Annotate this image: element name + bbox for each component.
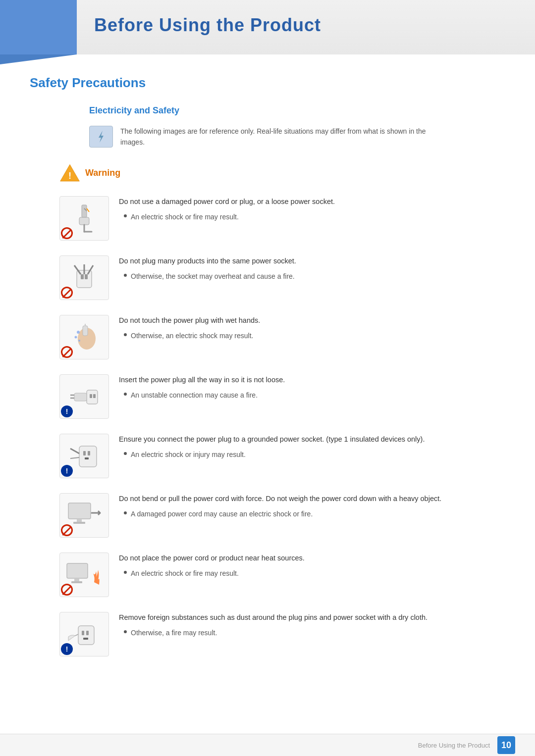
bullet-text: An electric shock or fire may result. [131,568,239,579]
item-main-text: Ensure you connect the power plug to a g… [119,434,505,445]
item-content: Ensure you connect the power plug to a g… [119,434,505,460]
item-content: Do not place the power cord or product n… [119,553,505,579]
bullet-text: Otherwise, the socket may overheat and c… [131,271,295,282]
bullet-text: An electric shock or injury may result. [131,449,246,460]
page-title: Before Using the Product [94,15,321,35]
item-bullet: An electric shock or injury may result. [124,449,505,460]
svg-rect-53 [67,563,88,578]
svg-point-29 [75,336,77,338]
warning-triangle-icon: ! [59,163,80,184]
items-list: Do not use a damaged power cord or plug,… [30,196,505,656]
item-content: Insert the power plug all the way in so … [119,374,505,401]
svg-rect-47 [77,519,82,522]
item-bullet: Otherwise, the socket may overheat and c… [124,271,505,282]
bullet-dot [124,333,127,336]
section-title: Safety Precautions [30,75,505,93]
subsection-title: Electricity and Safety [89,105,505,116]
svg-marker-5 [0,54,77,64]
item-image-0 [59,196,109,241]
svg-rect-33 [90,394,92,398]
svg-rect-42 [85,457,89,459]
svg-point-30 [78,340,80,342]
bullet-dot [124,630,127,633]
warning-label: Warning [85,168,120,178]
item-image-5 [59,493,109,538]
item-image-7 [59,612,109,656]
item-bullet: An electric shock or fire may result. [124,211,505,222]
item-bullet: A damaged power cord may cause an electr… [124,508,505,519]
header-title-area: Before Using the Product [0,0,535,46]
svg-rect-12 [79,217,89,225]
item-image-6 [59,553,109,597]
svg-rect-11 [82,205,87,217]
list-item: Remove foreign substances such as dust a… [59,612,505,656]
svg-rect-59 [86,631,89,635]
list-item: Do not touch the power plug with wet han… [59,315,505,359]
svg-rect-34 [93,394,96,398]
item-bullet: An unstable connection may cause a fire. [124,390,505,401]
item-bullet: Otherwise, an electric shock may result. [124,330,505,341]
list-item: Do not use a damaged power cord or plug,… [59,196,505,241]
item-main-text: Insert the power plug all the way in so … [119,374,505,386]
bullet-dot [124,393,127,396]
bullet-dot [124,214,127,217]
bullet-dot [124,511,127,514]
info-note: The following images are for reference o… [89,126,505,148]
svg-rect-54 [74,578,79,581]
svg-rect-41 [88,451,90,455]
main-content: Safety Precautions Electricity and Safet… [0,70,535,701]
item-main-text: Do not bend or pull the power cord with … [119,493,505,504]
item-content: Do not plug many products into the same … [119,255,505,282]
item-bullet: Otherwise, a fire may result. [124,627,505,638]
svg-rect-35 [74,393,87,401]
list-item: Ensure you connect the power plug to a g… [59,434,505,478]
warning-header: ! Warning [59,163,505,184]
footer-text: Before Using the Product [418,742,490,749]
item-content: Do not bend or pull the power cord with … [119,493,505,520]
item-content: Remove foreign substances such as dust a… [119,612,505,639]
bullet-dot [124,274,127,277]
item-main-text: Do not use a damaged power cord or plug,… [119,196,505,207]
list-item: Do not bend or pull the power cord with … [59,493,505,538]
item-content: Do not touch the power plug with wet han… [119,315,505,342]
bullet-dot [124,571,127,574]
svg-text:!: ! [68,170,71,181]
bullet-text: An electric shock or fire may result. [131,211,239,222]
list-item: Do not plug many products into the same … [59,255,505,300]
svg-rect-60 [83,638,88,640]
item-bullet: An electric shock or fire may result. [124,568,505,579]
svg-rect-46 [68,503,91,519]
item-main-text: Do not touch the power plug with wet han… [119,315,505,326]
item-image-3 [59,374,109,419]
info-icon [89,126,113,148]
svg-rect-55 [71,581,82,583]
svg-point-28 [77,331,80,334]
item-main-text: Do not plug many products into the same … [119,255,505,267]
item-image-4 [59,434,109,478]
svg-rect-40 [83,451,86,455]
svg-rect-48 [73,522,85,524]
item-image-1 [59,255,109,300]
svg-rect-20 [85,274,88,279]
svg-rect-39 [79,446,97,467]
bullet-text: A damaged power cord may cause an electr… [131,508,313,519]
svg-rect-26 [83,326,88,336]
page-number: 10 [497,736,515,754]
svg-rect-57 [78,626,94,645]
svg-rect-19 [81,274,84,279]
info-note-text: The following images are for reference o… [120,126,442,148]
bullet-dot [124,452,127,455]
item-main-text: Remove foreign substances such as dust a… [119,612,505,623]
footer: Before Using the Product 10 [0,734,535,756]
item-image-2 [59,315,109,359]
item-main-text: Do not place the power cord or product n… [119,553,505,564]
lightning-icon [94,129,108,144]
bullet-text: Otherwise, a fire may result. [131,627,217,638]
bullet-text: An unstable connection may cause a fire. [131,390,258,401]
list-item: Insert the power plug all the way in so … [59,374,505,419]
list-item: Do not place the power cord or product n… [59,553,505,597]
item-content: Do not use a damaged power cord or plug,… [119,196,505,223]
bullet-text: Otherwise, an electric shock may result. [131,330,253,341]
svg-rect-58 [82,631,84,635]
page-header: Before Using the Product [0,0,535,55]
